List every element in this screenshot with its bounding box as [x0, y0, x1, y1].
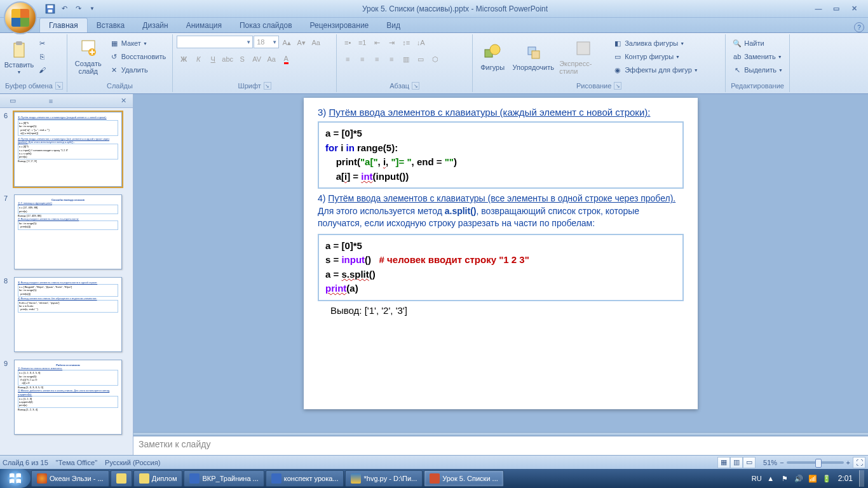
thumbnail-list[interactable]: 6 3) Путём ввода элементов с клавиатуры …: [0, 108, 133, 455]
line-spacing-icon[interactable]: ↕≡: [399, 36, 413, 50]
shrink-font-icon[interactable]: A▾: [294, 36, 308, 50]
qat-dropdown-icon[interactable]: ▼: [86, 3, 98, 15]
status-language[interactable]: Русский (Россия): [105, 459, 160, 466]
slide-canvas[interactable]: 3) Путём ввода элементов с клавиатуры (к…: [133, 94, 868, 432]
tray-network-icon[interactable]: 📶: [808, 473, 818, 484]
tray-lang[interactable]: RU: [752, 475, 762, 482]
layout-button[interactable]: ▦Макет ▼: [107, 37, 168, 50]
shape-fill-button[interactable]: ◧Заливка фигуры ▼: [610, 37, 701, 50]
numbering-icon[interactable]: ≡1: [355, 36, 369, 50]
zoom-level[interactable]: 51%: [763, 459, 777, 466]
redo-icon[interactable]: ↷: [72, 3, 84, 15]
task-firefox[interactable]: Океан Эльзи - ...: [31, 470, 109, 487]
find-button[interactable]: 🔍Найти: [729, 37, 785, 50]
tab-animation[interactable]: Анимация: [177, 18, 231, 32]
group-drawing: Фигуры Упорядочить Экспресс-стили ◧Залив…: [473, 34, 726, 92]
zoom-out-icon[interactable]: −: [780, 459, 783, 466]
clipboard-launcher-icon[interactable]: ↘: [55, 82, 63, 90]
spacing-icon[interactable]: AV: [250, 52, 264, 66]
normal-view-icon[interactable]: ▦: [717, 457, 730, 468]
copy-button[interactable]: ⎘: [34, 50, 50, 63]
arrange-button[interactable]: Упорядочить: [510, 36, 557, 78]
font-launcher-icon[interactable]: ↘: [264, 82, 271, 90]
font-size-combo[interactable]: 18▼: [254, 36, 279, 48]
clear-format-icon[interactable]: Aa: [309, 36, 323, 50]
minimize-button[interactable]: —: [812, 4, 825, 14]
bullets-icon[interactable]: ≡•: [341, 36, 355, 50]
thumb-7[interactable]: 7 Способы вывода списков 1) С помощью фу…: [1, 193, 132, 271]
columns-icon[interactable]: ▥: [399, 52, 413, 66]
font-color-icon[interactable]: A: [279, 52, 293, 66]
task-explorer-2[interactable]: Диплом: [133, 470, 183, 487]
text-direction-icon[interactable]: ↓A: [414, 36, 428, 50]
zoom-in-icon[interactable]: +: [846, 459, 850, 466]
panel-tab-slides-icon[interactable]: ▭: [6, 95, 19, 107]
task-explorer-1[interactable]: [111, 470, 132, 487]
tray-sound-icon[interactable]: 🔊: [794, 473, 804, 484]
strike-icon[interactable]: abc: [220, 52, 234, 66]
draw-launcher-icon[interactable]: ↘: [614, 82, 621, 90]
help-icon[interactable]: ?: [854, 22, 864, 32]
tray-power-icon[interactable]: 🔋: [822, 473, 832, 484]
align-right-icon[interactable]: ≡: [370, 52, 384, 66]
shadow-icon[interactable]: S: [235, 52, 249, 66]
cut-button[interactable]: ✂: [34, 37, 50, 50]
sorter-view-icon[interactable]: ▥: [730, 457, 743, 468]
tab-insert[interactable]: Вставка: [88, 18, 134, 32]
thumb-8[interactable]: 8 3) Вывод каждого элемента списка по-от…: [1, 276, 132, 353]
delete-slide-button[interactable]: ✕Удалить: [107, 64, 168, 76]
underline-icon[interactable]: Ч: [206, 52, 220, 66]
task-python[interactable]: *hvg.py - D:\Пи...: [345, 470, 423, 487]
indent-inc-icon[interactable]: ⇥: [384, 36, 398, 50]
align-center-icon[interactable]: ≡: [355, 52, 369, 66]
notes-area[interactable]: Заметки к слайду: [133, 436, 868, 455]
restore-button[interactable]: ▭: [830, 4, 843, 14]
tray-clock[interactable]: 2:01: [836, 474, 855, 483]
thumb-9[interactable]: 9 Работа со списком 1) Элементы списка м…: [1, 358, 132, 436]
tab-design[interactable]: Дизайн: [133, 18, 177, 32]
save-icon[interactable]: [44, 3, 56, 15]
tab-slideshow[interactable]: Показ слайдов: [231, 18, 301, 32]
start-button[interactable]: [0, 469, 31, 488]
shape-effects-button[interactable]: ◉Эффекты для фигур ▼: [610, 64, 701, 76]
quick-styles-button[interactable]: Экспресс-стили: [558, 36, 609, 78]
justify-icon[interactable]: ≡: [384, 52, 398, 66]
tray-flag-icon[interactable]: ⚑: [780, 473, 790, 484]
task-powerpoint[interactable]: Урок 5. Списки ...: [424, 470, 504, 487]
task-word-2[interactable]: конспект урока...: [266, 470, 344, 487]
reset-button[interactable]: ↺Восстановить: [107, 50, 168, 63]
smartart-icon[interactable]: ⬡: [428, 52, 442, 66]
italic-icon[interactable]: К: [191, 52, 205, 66]
tab-home[interactable]: Главная: [39, 18, 88, 32]
office-button[interactable]: [4, 1, 37, 34]
panel-close-icon[interactable]: ✕: [121, 97, 126, 105]
close-button[interactable]: ✕: [848, 4, 860, 14]
show-desktop-button[interactable]: [859, 470, 864, 487]
word-icon: [271, 473, 281, 484]
zoom-slider[interactable]: [787, 461, 844, 464]
fit-window-icon[interactable]: ⛶: [853, 457, 865, 468]
slideshow-view-icon[interactable]: ▭: [743, 457, 756, 468]
undo-icon[interactable]: ↶: [58, 3, 70, 15]
shapes-button[interactable]: Фигуры: [477, 36, 508, 78]
select-button[interactable]: ↖Выделить ▼: [729, 64, 785, 76]
paste-button[interactable]: Вставить ▼: [5, 36, 33, 78]
panel-tab-outline-icon[interactable]: ≡: [44, 95, 57, 107]
shape-outline-button[interactable]: ▭Контур фигуры ▼: [610, 50, 701, 63]
replace-button[interactable]: abЗаменить ▼: [729, 50, 785, 63]
indent-dec-icon[interactable]: ⇤: [370, 36, 384, 50]
align-left-icon[interactable]: ≡: [341, 52, 355, 66]
format-painter-button[interactable]: 🖌: [34, 64, 50, 76]
tab-view[interactable]: Вид: [377, 18, 409, 32]
grow-font-icon[interactable]: A▴: [280, 36, 294, 50]
align-text-icon[interactable]: ▭: [414, 52, 428, 66]
case-icon[interactable]: Aa: [264, 52, 278, 66]
task-word-1[interactable]: ВКР_Трайнина ...: [184, 470, 264, 487]
thumb-6[interactable]: 6 3) Путём ввода элементов с клавиатуры …: [1, 111, 132, 188]
tab-review[interactable]: Рецензирование: [301, 18, 378, 32]
font-family-combo[interactable]: ▼: [177, 36, 253, 48]
tray-up-icon[interactable]: ▲: [766, 473, 776, 484]
bold-icon[interactable]: Ж: [177, 52, 191, 66]
new-slide-button[interactable]: Создать слайд: [71, 36, 105, 78]
para-launcher-icon[interactable]: ↘: [412, 82, 419, 90]
